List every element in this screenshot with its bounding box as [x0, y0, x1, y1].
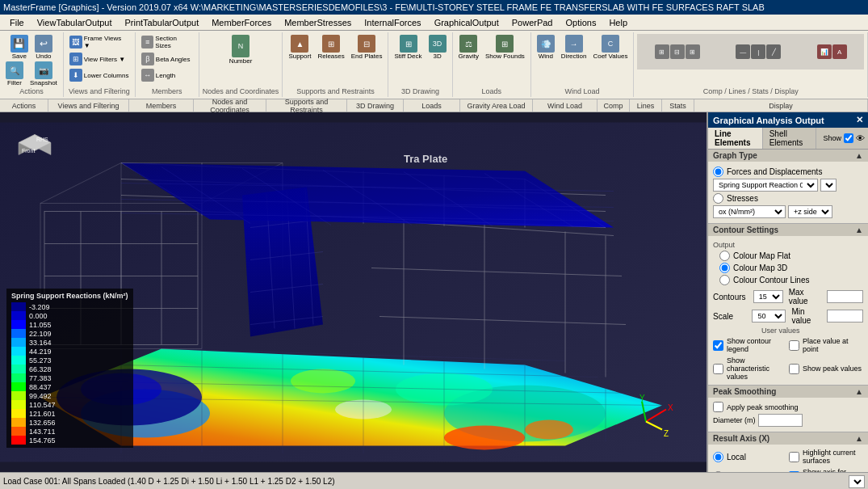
- length-button[interactable]: ↔ Length: [139, 68, 178, 82]
- close-panel-icon[interactable]: ✕: [856, 115, 863, 125]
- result-axis-section: Result Axis (X) ▲ Local Highlight curren…: [708, 432, 868, 472]
- title-text: MasterFrame [Graphics] - Version 2019.07…: [3, 2, 765, 12]
- local-label: Local: [727, 453, 746, 462]
- collapse-axis-icon[interactable]: ▲: [855, 434, 863, 443]
- direction-button[interactable]: → Direction: [559, 34, 589, 61]
- number-button[interactable]: N Number: [227, 34, 254, 65]
- toolbar-group-comp: ⊞ ⊟ ⊞ — | ╱ 📊 A Comp / Lines / Stats / D…: [634, 32, 868, 97]
- main-area: X Y Z Front RHS Tra Plate Spring Support…: [0, 112, 868, 472]
- show-legend-checkbox[interactable]: [713, 340, 723, 351]
- local-radio[interactable]: [713, 452, 723, 462]
- sl-wind: Wind Load: [533, 99, 598, 112]
- legend-item: 77.383: [11, 373, 128, 382]
- diameter-input[interactable]: [758, 414, 803, 427]
- 3d-button[interactable]: 3D 3D: [426, 34, 449, 61]
- max-value-input[interactable]: [827, 290, 863, 303]
- contour-settings-section: Contour Settings ▲ Output Colour Map Fla…: [708, 224, 868, 386]
- contours-select[interactable]: 151020: [753, 290, 783, 303]
- show-char-checkbox[interactable]: [713, 364, 723, 374]
- tab-line-elements[interactable]: Line Elements: [708, 128, 763, 149]
- contour-title: Contour Settings ▲: [708, 224, 868, 236]
- colour-flat-radio[interactable]: [719, 251, 730, 261]
- stiff-deck-button[interactable]: ⊞ Stiff Deck: [392, 34, 424, 61]
- show-peak-checkbox[interactable]: [789, 364, 799, 374]
- filter-button[interactable]: 🔍 Filter: [3, 61, 26, 87]
- legend-color-swatch: [11, 347, 26, 356]
- side-select[interactable]: +z side: [788, 205, 832, 218]
- sl-members: Members: [129, 99, 194, 112]
- legend-color-swatch: [11, 338, 26, 347]
- menu-help[interactable]: Help: [602, 16, 634, 29]
- stresses-radio[interactable]: [713, 193, 723, 204]
- viewport[interactable]: X Y Z Front RHS Tra Plate Spring Support…: [0, 112, 707, 472]
- colour-3d-label: Colour Map 3D: [733, 263, 787, 272]
- collapse-contour-icon[interactable]: ▲: [855, 226, 863, 234]
- menu-internalforces[interactable]: InternalForces: [358, 16, 427, 29]
- contour-lines-radio[interactable]: [719, 275, 730, 285]
- show-founds-button[interactable]: ⊞ Show Founds: [483, 34, 527, 61]
- panel-header: Graphical Analysis Output ✕: [708, 112, 868, 128]
- min-value-input[interactable]: [827, 310, 863, 322]
- menu-powerpad[interactable]: PowerPad: [505, 16, 560, 29]
- beta-angles-button[interactable]: β Beta Angles: [139, 52, 193, 66]
- scale-label: Scale: [713, 312, 749, 321]
- legend-item: 33.164: [11, 338, 128, 347]
- misc-label: Comp / Lines / Stats / Display: [703, 87, 799, 95]
- menu-memberforces[interactable]: MemberForces: [205, 16, 278, 29]
- eye-icon: 👁: [856, 133, 865, 143]
- gravity-button[interactable]: ⚖ Gravity: [456, 34, 481, 61]
- legend-item: 88.437: [11, 382, 128, 391]
- undo-button[interactable]: ↩ Undo: [32, 34, 55, 61]
- releases-button[interactable]: ⊞ Releases: [315, 34, 346, 61]
- gravity-icon: ⚖: [459, 35, 477, 53]
- length-icon: ↔: [141, 69, 154, 82]
- lower-columns-button[interactable]: ⬇ Lower Columns: [67, 68, 132, 82]
- statusbar-dropdown[interactable]: ▼: [849, 475, 865, 488]
- end-plates-button[interactable]: ⊟ End Plates: [349, 34, 385, 61]
- spring-support-select[interactable]: Spring Support Reaction 0: [713, 179, 818, 192]
- graph-type-title: Graph Type ▲: [708, 150, 868, 162]
- sl-comp: Comp: [598, 99, 630, 112]
- titlebar: MasterFrame [Graphics] - Version 2019.07…: [0, 0, 868, 15]
- section-sizes-button[interactable]: ≡ Section Sizes: [139, 34, 195, 50]
- collapse-peak-icon[interactable]: ▲: [855, 387, 863, 396]
- menu-viewtabular[interactable]: ViewTabularOutput: [31, 16, 119, 29]
- wind-button[interactable]: 💨 Wind: [535, 34, 557, 61]
- tab-shell-elements[interactable]: Shell Elements: [763, 128, 817, 149]
- apply-peak-checkbox[interactable]: [713, 402, 723, 412]
- menu-memberstresses[interactable]: MemberStresses: [278, 16, 358, 29]
- place-value-checkbox[interactable]: [789, 340, 799, 351]
- frame-views-button[interactable]: 🖼 Frame Views ▼: [67, 34, 132, 50]
- axis-content: Local Highlight current surfaces Section…: [708, 445, 868, 472]
- legend-value: 22.109: [29, 330, 52, 338]
- snapshot-button[interactable]: 📷 Snapshot: [27, 61, 60, 87]
- ox-select[interactable]: ox (N/mm²): [713, 205, 786, 218]
- menu-printtabular[interactable]: PrintTabularOutput: [118, 16, 205, 29]
- scale-select[interactable]: 5025100: [752, 310, 786, 322]
- menu-options[interactable]: Options: [560, 16, 603, 29]
- view-filters-button[interactable]: ⊞ View Filters ▼: [67, 52, 128, 66]
- support-button[interactable]: ▲ Support: [286, 34, 313, 61]
- coef-values-button[interactable]: C Coef Values: [590, 34, 630, 61]
- menu-graphicaloutput[interactable]: GraphicalOutput: [428, 16, 505, 29]
- highlight-row: Highlight current surfaces: [789, 449, 863, 465]
- comp-icon2: ⊟: [670, 44, 685, 59]
- legend-color-swatch: [11, 400, 26, 409]
- status-text: Load Case 001: All Spans Loaded (1.40 D …: [3, 477, 842, 486]
- section-labels-bar: Actions Views and Filtering Members Node…: [0, 99, 868, 112]
- show-checkbox[interactable]: [844, 133, 853, 143]
- diameter-row: Diameter (m): [713, 414, 863, 427]
- legend-title: Spring Support Reactions (kN/m²): [11, 292, 128, 300]
- spring-index-select[interactable]: 0: [820, 179, 837, 192]
- beta-icon: β: [141, 53, 154, 65]
- show-axis-checkbox[interactable]: [789, 471, 799, 473]
- show-peak-label: Show peak values: [803, 365, 862, 373]
- section-line-radio[interactable]: [713, 471, 723, 473]
- menu-file[interactable]: File: [3, 16, 31, 29]
- colour-3d-radio[interactable]: [719, 263, 730, 273]
- apply-peak-row: Apply peak smoothing: [713, 402, 863, 412]
- forces-radio[interactable]: [713, 167, 723, 177]
- highlight-checkbox[interactable]: [789, 452, 799, 462]
- save-button[interactable]: 💾 Save: [8, 34, 31, 61]
- collapse-graph-icon[interactable]: ▲: [855, 151, 863, 160]
